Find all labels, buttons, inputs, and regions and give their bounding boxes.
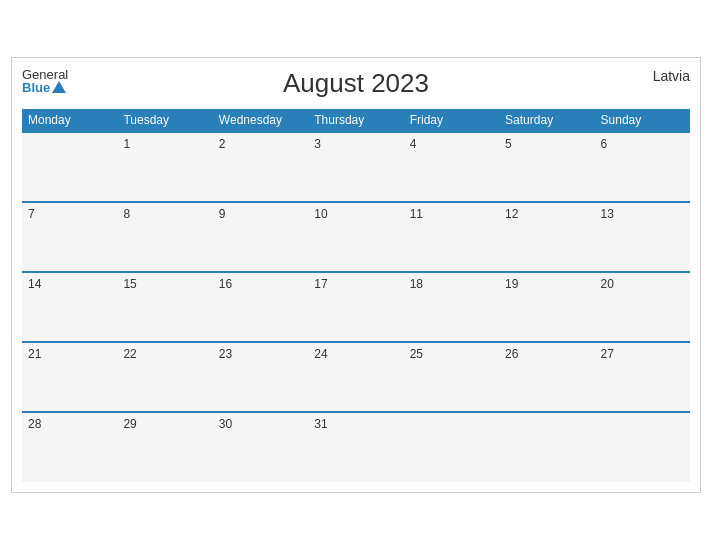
calendar-day-cell: 23 <box>213 342 308 412</box>
day-number: 6 <box>601 137 608 151</box>
day-number: 1 <box>123 137 130 151</box>
calendar-day-cell: 30 <box>213 412 308 482</box>
day-number: 15 <box>123 277 136 291</box>
day-number: 19 <box>505 277 518 291</box>
calendar-week-row: 21222324252627 <box>22 342 690 412</box>
calendar-header: General Blue August 2023 Latvia <box>22 68 690 99</box>
calendar-day-cell: 25 <box>404 342 499 412</box>
calendar-day-cell: 19 <box>499 272 594 342</box>
calendar-day-cell: 24 <box>308 342 403 412</box>
day-number: 10 <box>314 207 327 221</box>
calendar-week-row: 14151617181920 <box>22 272 690 342</box>
day-number: 26 <box>505 347 518 361</box>
calendar-day-cell: 26 <box>499 342 594 412</box>
calendar-day-cell <box>404 412 499 482</box>
day-number: 25 <box>410 347 423 361</box>
calendar-day-cell: 14 <box>22 272 117 342</box>
day-number: 5 <box>505 137 512 151</box>
day-number: 3 <box>314 137 321 151</box>
calendar-thead: Monday Tuesday Wednesday Thursday Friday… <box>22 109 690 132</box>
day-number: 20 <box>601 277 614 291</box>
calendar-table: Monday Tuesday Wednesday Thursday Friday… <box>22 109 690 482</box>
calendar-day-cell: 3 <box>308 132 403 202</box>
calendar-day-cell: 16 <box>213 272 308 342</box>
logo: General Blue <box>22 68 68 94</box>
calendar-day-cell: 7 <box>22 202 117 272</box>
calendar-day-cell: 22 <box>117 342 212 412</box>
weekday-monday: Monday <box>22 109 117 132</box>
weekday-friday: Friday <box>404 109 499 132</box>
calendar-day-cell: 5 <box>499 132 594 202</box>
calendar-day-cell: 18 <box>404 272 499 342</box>
day-number: 8 <box>123 207 130 221</box>
weekday-tuesday: Tuesday <box>117 109 212 132</box>
day-number: 14 <box>28 277 41 291</box>
calendar-day-cell <box>22 132 117 202</box>
calendar-day-cell: 13 <box>595 202 690 272</box>
calendar-day-cell: 17 <box>308 272 403 342</box>
calendar-day-cell: 4 <box>404 132 499 202</box>
calendar-week-row: 28293031 <box>22 412 690 482</box>
day-number: 2 <box>219 137 226 151</box>
calendar-week-row: 123456 <box>22 132 690 202</box>
day-number: 16 <box>219 277 232 291</box>
weekday-wednesday: Wednesday <box>213 109 308 132</box>
calendar-day-cell: 2 <box>213 132 308 202</box>
day-number: 17 <box>314 277 327 291</box>
calendar-day-cell: 11 <box>404 202 499 272</box>
day-number: 9 <box>219 207 226 221</box>
calendar-title: August 2023 <box>283 68 429 99</box>
calendar-container: General Blue August 2023 Latvia Monday T… <box>11 57 701 493</box>
calendar-day-cell: 15 <box>117 272 212 342</box>
calendar-day-cell: 29 <box>117 412 212 482</box>
logo-blue-text: Blue <box>22 81 66 94</box>
calendar-day-cell: 9 <box>213 202 308 272</box>
calendar-day-cell <box>595 412 690 482</box>
day-number: 13 <box>601 207 614 221</box>
calendar-body: 1234567891011121314151617181920212223242… <box>22 132 690 482</box>
calendar-day-cell: 31 <box>308 412 403 482</box>
weekday-saturday: Saturday <box>499 109 594 132</box>
day-number: 31 <box>314 417 327 431</box>
calendar-day-cell: 28 <box>22 412 117 482</box>
calendar-day-cell: 8 <box>117 202 212 272</box>
calendar-week-row: 78910111213 <box>22 202 690 272</box>
calendar-day-cell: 10 <box>308 202 403 272</box>
calendar-day-cell: 1 <box>117 132 212 202</box>
calendar-day-cell: 6 <box>595 132 690 202</box>
weekday-thursday: Thursday <box>308 109 403 132</box>
day-number: 4 <box>410 137 417 151</box>
weekday-header-row: Monday Tuesday Wednesday Thursday Friday… <box>22 109 690 132</box>
calendar-day-cell: 21 <box>22 342 117 412</box>
calendar-day-cell <box>499 412 594 482</box>
day-number: 28 <box>28 417 41 431</box>
calendar-day-cell: 12 <box>499 202 594 272</box>
day-number: 22 <box>123 347 136 361</box>
calendar-day-cell: 20 <box>595 272 690 342</box>
day-number: 18 <box>410 277 423 291</box>
day-number: 27 <box>601 347 614 361</box>
weekday-sunday: Sunday <box>595 109 690 132</box>
day-number: 30 <box>219 417 232 431</box>
calendar-day-cell: 27 <box>595 342 690 412</box>
day-number: 11 <box>410 207 423 221</box>
day-number: 24 <box>314 347 327 361</box>
day-number: 7 <box>28 207 35 221</box>
day-number: 29 <box>123 417 136 431</box>
day-number: 23 <box>219 347 232 361</box>
country-label: Latvia <box>653 68 690 84</box>
logo-triangle-icon <box>52 81 66 93</box>
day-number: 21 <box>28 347 41 361</box>
day-number: 12 <box>505 207 518 221</box>
